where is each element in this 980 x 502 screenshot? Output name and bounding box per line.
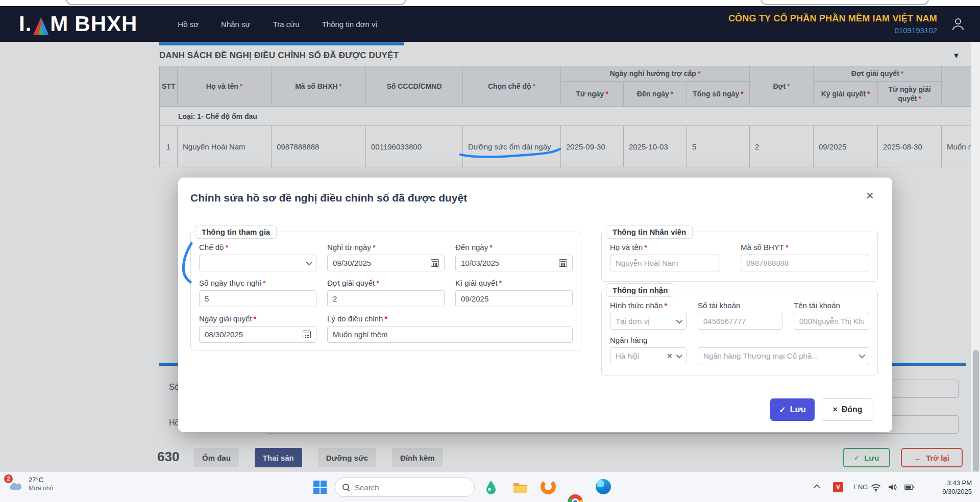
weather-widget[interactable]: 2 27°C Mưa nhỏ xyxy=(7,476,53,492)
participate-fieldset: Thông tin tham gia Chế độ* Nghỉ từ ngày*… xyxy=(190,225,581,350)
dot-giai-quyet-input[interactable] xyxy=(327,290,445,307)
bank-select[interactable]: Ngân hàng Thương mại Cổ phầ... xyxy=(698,347,869,364)
weather-temp: 27°C xyxy=(29,476,53,484)
ly-do-input[interactable] xyxy=(327,326,573,343)
taskbar-clock[interactable]: 3:43 PM 9/30/2025 xyxy=(942,479,972,496)
start-button[interactable] xyxy=(313,481,327,494)
company-info: CÔNG TY CỔ PHẦN PHẦN MỀM IAM VIỆT NAM 01… xyxy=(728,13,937,35)
close-icon[interactable]: × xyxy=(866,189,874,202)
volume-icon[interactable] xyxy=(887,483,897,492)
nghi-tu-ngay-label: Nghỉ từ ngày xyxy=(327,243,371,252)
field-ho-ten: Họ và tên* xyxy=(610,243,720,271)
participate-legend: Thông tin tham gia xyxy=(195,225,277,239)
so-tai-khoan-input[interactable] xyxy=(698,313,782,330)
check-icon: ✓ xyxy=(779,405,786,415)
close-button[interactable]: × Đóng xyxy=(822,398,873,421)
field-hinh-thuc-nhan: Hình thức nhận* Tại đơn vị xyxy=(610,301,687,330)
dot-giai-quyet-label: Đợt giải quyết xyxy=(327,279,375,287)
ma-bhyt-label: Mã số BHYT xyxy=(741,243,784,252)
ho-ten-label: Họ và tên xyxy=(610,243,643,252)
calendar-icon xyxy=(431,259,439,267)
ten-tai-khoan-input[interactable] xyxy=(794,313,869,330)
ngay-giai-quyet-date-input[interactable]: 08/30/2025 xyxy=(199,326,316,343)
ten-tai-khoan-label: Tên tài khoản xyxy=(794,301,840,310)
field-ki-giai-quyet: Kì giải quyết* xyxy=(455,279,573,307)
nghi-tu-ngay-date-input[interactable]: 09/30/2025 xyxy=(327,255,445,271)
windows-taskbar: 2 27°C Mưa nhỏ Zalo xyxy=(0,471,980,502)
field-den-ngay: Đến ngày* 10/03/2025 xyxy=(455,243,573,271)
bank-branch-select[interactable]: Hà Nội × xyxy=(610,347,687,364)
close-x-icon: × xyxy=(832,405,837,414)
ngan-hang-label: Ngân hàng xyxy=(602,336,877,344)
field-dot-giai-quyet: Đợt giải quyết* xyxy=(327,279,445,307)
vertical-scrollbar xyxy=(971,42,980,471)
ki-giai-quyet-label: Kì giải quyết xyxy=(455,279,498,287)
chevron-down-icon xyxy=(859,352,866,359)
logo-m: M xyxy=(50,13,68,35)
vietnamese-ime-icon[interactable]: V xyxy=(833,482,843,492)
chevron-down-icon xyxy=(676,352,683,359)
screen: I.MBHXH Hồ sơ Nhân sự Tra cứu Thông tin … xyxy=(0,0,980,502)
app-logo[interactable]: I.MBHXH xyxy=(19,13,137,35)
app-header: I.MBHXH Hồ sơ Nhân sự Tra cứu Thông tin … xyxy=(0,6,980,42)
field-so-ngay: Số ngày thực nghỉ* xyxy=(199,279,316,307)
modal-title: Chỉnh sửa hồ sơ đề nghị điều chỉnh số đã… xyxy=(190,192,467,204)
field-so-tai-khoan: Số tài khoản xyxy=(698,301,782,330)
tray-chevron-up-icon[interactable] xyxy=(814,484,820,491)
battery-icon[interactable] xyxy=(904,483,915,492)
company-code: 0109193102 xyxy=(728,26,937,35)
che-do-label: Chế độ xyxy=(199,243,224,252)
ki-giai-quyet-input[interactable] xyxy=(455,290,573,307)
save-button[interactable]: ✓ Lưu xyxy=(770,398,815,421)
edit-approved-record-modal: Chỉnh sửa hồ sơ đề nghị điều chỉnh số đã… xyxy=(178,178,892,432)
employee-legend: Thông tin Nhân viên xyxy=(606,225,693,239)
logo-a-triangle-icon xyxy=(33,17,48,35)
chrome-icon[interactable] xyxy=(568,494,583,502)
c-ring-app-icon[interactable] xyxy=(541,479,556,494)
edge-icon[interactable] xyxy=(596,479,611,494)
calendar-icon xyxy=(559,259,567,267)
so-ngay-input[interactable] xyxy=(199,290,316,307)
nav-item-nhan-su[interactable]: Nhân sự xyxy=(210,15,262,34)
receive-legend: Thông tin nhận xyxy=(606,283,674,297)
so-ngay-label: Số ngày thực nghỉ xyxy=(199,279,261,287)
browser-chrome-remnant xyxy=(0,0,980,6)
drop-app-icon[interactable] xyxy=(483,479,499,495)
che-do-select[interactable] xyxy=(199,255,316,271)
calendar-icon xyxy=(303,331,311,338)
omnibox-remnant-right xyxy=(761,0,929,5)
hinh-thuc-nhan-label: Hình thức nhận xyxy=(610,301,663,310)
search-icon xyxy=(342,484,350,491)
den-ngay-date-input[interactable]: 10/03/2025 xyxy=(455,255,573,271)
tray-time: 3:43 PM xyxy=(942,479,972,487)
language-indicator[interactable]: ENG xyxy=(853,483,868,491)
ho-ten-input[interactable] xyxy=(610,255,720,271)
clear-icon[interactable]: × xyxy=(667,351,672,361)
file-explorer-icon[interactable] xyxy=(512,479,528,495)
logo-suffix: BHXH xyxy=(75,13,137,35)
ma-bhyt-input[interactable] xyxy=(741,255,869,271)
den-ngay-label: Đến ngày xyxy=(455,243,488,252)
so-tai-khoan-label: Số tài khoản xyxy=(698,301,740,310)
hinh-thuc-nhan-select[interactable]: Tại đơn vị xyxy=(610,313,687,330)
chevron-down-icon xyxy=(676,317,683,324)
weather-desc: Mưa nhỏ xyxy=(29,485,53,492)
field-nghi-tu-ngay: Nghỉ từ ngày* 09/30/2025 xyxy=(327,243,445,271)
field-ten-tai-khoan: Tên tài khoản xyxy=(794,301,869,330)
taskbar-search[interactable] xyxy=(335,478,475,497)
nav-item-tra-cuu[interactable]: Tra cứu xyxy=(262,15,311,34)
field-che-do: Chế độ* xyxy=(199,243,316,271)
user-account-icon[interactable] xyxy=(950,16,966,32)
nav-item-ho-so[interactable]: Hồ sơ xyxy=(166,15,210,34)
scrollbar-thumb[interactable] xyxy=(973,350,979,472)
chevron-down-icon xyxy=(306,259,313,266)
wifi-icon[interactable] xyxy=(871,483,881,492)
omnibox-remnant xyxy=(66,0,406,5)
logo-dot: . xyxy=(26,13,32,35)
field-ngay-giai-quyet: Ngày giải quyết* 08/30/2025 xyxy=(199,314,316,343)
field-ma-bhyt: Mã số BHYT* xyxy=(741,243,869,271)
notification-badge: 2 xyxy=(4,474,13,483)
nav-item-thong-tin-don-vi[interactable]: Thông tin đơn vị xyxy=(311,15,388,34)
search-input[interactable] xyxy=(355,483,467,492)
tray-date: 9/30/2025 xyxy=(942,487,972,496)
